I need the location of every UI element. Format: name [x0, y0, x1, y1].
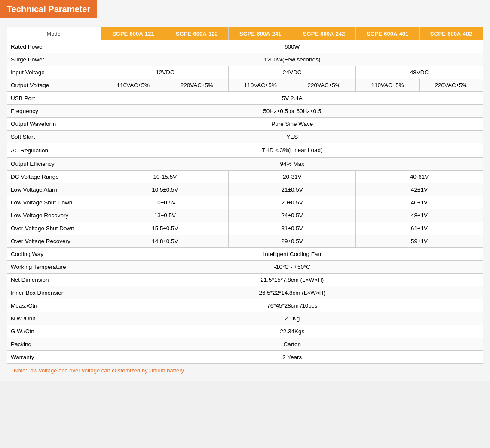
- row-label: Frequency: [7, 105, 101, 118]
- row-label: Warranty: [7, 351, 101, 364]
- row-value-group: 20-31V: [229, 171, 356, 183]
- row-label: Over Voltage Shut Down: [7, 222, 101, 235]
- table-row: N.W./Unit2.1Kg: [7, 312, 483, 325]
- table-row: Output Efficiency94% Max: [7, 158, 483, 171]
- row-value-full: 26.5*22*14.8cm (L×W×H): [101, 286, 483, 299]
- model-col-1: SGPE-600A-121: [101, 27, 165, 40]
- table-row: Low Voltage Recovery13±0.5V24±0.5V48±1V: [7, 209, 483, 222]
- row-value-group: 10±0.5V: [101, 196, 229, 209]
- row-value-group: 13±0.5V: [101, 209, 229, 222]
- row-value-cell: 220VAC±5%: [420, 79, 483, 92]
- tech-parameter-table: Model SGPE-600A-121 SGPE-600A-122 SGPE-6…: [7, 27, 483, 364]
- row-value-group: 29±0.5V: [229, 235, 356, 248]
- row-value-group: 31±0.5V: [229, 222, 356, 235]
- row-value-cell: 220VAC±5%: [165, 79, 229, 92]
- model-col-6: SGPE-600A-482: [420, 27, 483, 40]
- row-label: Output Voltage: [7, 79, 101, 92]
- table-container: Model SGPE-600A-121 SGPE-600A-122 SGPE-6…: [0, 18, 490, 381]
- model-label-header: Model: [7, 27, 101, 40]
- header-bar: Technical Parameter: [0, 0, 490, 18]
- row-label: Input Voltage: [7, 66, 101, 79]
- row-value-group: 10-15.5V: [101, 171, 229, 183]
- row-value-full: 2 Years: [101, 351, 483, 364]
- row-value-full: YES: [101, 131, 483, 143]
- table-row: Soft StartYES: [7, 131, 483, 143]
- row-value-group: 21±0.5V: [229, 183, 356, 196]
- table-row: Working Temperature-10°C - +50°C: [7, 261, 483, 274]
- row-value-group: 40-61V: [356, 171, 483, 183]
- note-row: Note:Low voltage and over voltage can cu…: [7, 364, 483, 377]
- row-value-group: 59±1V: [356, 235, 483, 248]
- row-label: Low Voltage Recovery: [7, 209, 101, 222]
- row-value-group: 48VDC: [356, 66, 483, 79]
- table-row: PackingCarton: [7, 338, 483, 351]
- table-row: Low Voltage Alarm10.5±0.5V21±0.5V42±1V: [7, 183, 483, 196]
- row-label: DC Voltage Range: [7, 171, 101, 183]
- model-col-5: SGPE-600A-481: [356, 27, 420, 40]
- row-label: Packing: [7, 338, 101, 351]
- row-value-full: 1200W(Few seconds): [101, 53, 483, 66]
- row-value-group: 20±0.5V: [229, 196, 356, 209]
- row-label: Output Efficiency: [7, 158, 101, 171]
- table-row: Low Voltage Shut Down10±0.5V20±0.5V40±1V: [7, 196, 483, 209]
- row-label: N.W./Unit: [7, 312, 101, 325]
- table-row: Surge Power1200W(Few seconds): [7, 53, 483, 66]
- row-label: Inner Box Dimension: [7, 286, 101, 299]
- row-value-full: THD＜3%(Linear Load): [101, 143, 483, 158]
- table-row: Over Voltage Recovery14.8±0.5V29±0.5V59±…: [7, 235, 483, 248]
- page-wrapper: Technical Parameter Model SGPE-600A-121 …: [0, 0, 490, 381]
- row-value-full: Pure Sine Wave: [101, 118, 483, 131]
- row-value-full: 2.1Kg: [101, 312, 483, 325]
- row-value-full: 94% Max: [101, 158, 483, 171]
- row-value-group: 24VDC: [229, 66, 356, 79]
- row-value-group: 15.5±0.5V: [101, 222, 229, 235]
- table-row: Over Voltage Shut Down15.5±0.5V31±0.5V61…: [7, 222, 483, 235]
- row-value-full: Intelligent Cooling Fan: [101, 248, 483, 261]
- row-label: Surge Power: [7, 53, 101, 66]
- page-title: Technical Parameter: [0, 0, 97, 18]
- row-value-full: 76*45*28cm /10pcs: [101, 299, 483, 312]
- row-label: USB Port: [7, 92, 101, 105]
- row-label: Soft Start: [7, 131, 101, 143]
- row-label: Output Waveform: [7, 118, 101, 131]
- row-value-full: -10°C - +50°C: [101, 261, 483, 274]
- row-value-cell: 110VAC±5%: [101, 79, 165, 92]
- row-value-group: 40±1V: [356, 196, 483, 209]
- table-row: Meas./Ctn76*45*28cm /10pcs: [7, 299, 483, 312]
- table-row: AC RegulationTHD＜3%(Linear Load): [7, 143, 483, 158]
- row-value-group: 48±1V: [356, 209, 483, 222]
- row-value-full: 600W: [101, 40, 483, 53]
- table-row: G.W./Ctn22.34Kgs: [7, 325, 483, 338]
- row-label: Low Voltage Shut Down: [7, 196, 101, 209]
- row-value-cell: 110VAC±5%: [229, 79, 292, 92]
- row-label: Over Voltage Recovery: [7, 235, 101, 248]
- row-value-group: 42±1V: [356, 183, 483, 196]
- row-value-full: 5V 2.4A: [101, 92, 483, 105]
- row-label: Net Dimension: [7, 274, 101, 286]
- row-value-full: 21.5*15*7.8cm (L×W×H): [101, 274, 483, 286]
- row-value-cell: 220VAC±5%: [292, 79, 356, 92]
- table-row: Cooling WayIntelligent Cooling Fan: [7, 248, 483, 261]
- row-label: G.W./Ctn: [7, 325, 101, 338]
- row-value-group: 10.5±0.5V: [101, 183, 229, 196]
- model-col-2: SGPE-600A-122: [165, 27, 229, 40]
- row-label: Working Temperature: [7, 261, 101, 274]
- table-row: Output WaveformPure Sine Wave: [7, 118, 483, 131]
- row-value-full: 22.34Kgs: [101, 325, 483, 338]
- table-row: DC Voltage Range10-15.5V20-31V40-61V: [7, 171, 483, 183]
- row-label: Low Voltage Alarm: [7, 183, 101, 196]
- row-label: AC Regulation: [7, 143, 101, 158]
- table-row: Input Voltage12VDC24VDC48VDC: [7, 66, 483, 79]
- row-label: Meas./Ctn: [7, 299, 101, 312]
- row-label: Rated Power: [7, 40, 101, 53]
- row-value-full: Carton: [101, 338, 483, 351]
- row-value-cell: 110VAC±5%: [356, 79, 420, 92]
- row-value-group: 24±0.5V: [229, 209, 356, 222]
- row-label: Cooling Way: [7, 248, 101, 261]
- table-header-row: Model SGPE-600A-121 SGPE-600A-122 SGPE-6…: [7, 27, 483, 40]
- model-col-3: SGPE-600A-241: [229, 27, 292, 40]
- row-value-full: 50Hz±0.5 or 60Hz±0.5: [101, 105, 483, 118]
- table-row: Warranty2 Years: [7, 351, 483, 364]
- table-row: Frequency50Hz±0.5 or 60Hz±0.5: [7, 105, 483, 118]
- table-row: USB Port5V 2.4A: [7, 92, 483, 105]
